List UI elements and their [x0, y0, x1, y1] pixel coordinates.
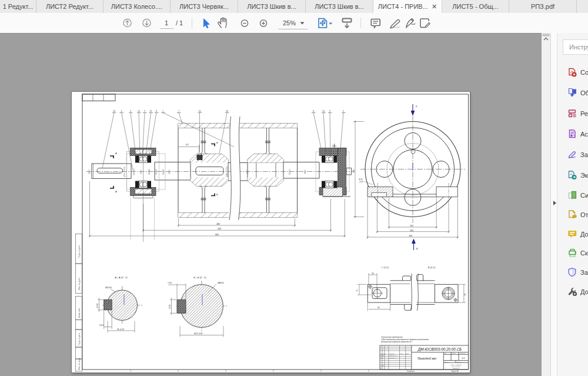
svg-text:Б: Б	[216, 193, 218, 196]
svg-text:А: А	[115, 190, 117, 193]
svg-text:43,5 -0,20: 43,5 -0,20	[194, 332, 203, 335]
svg-text:ДМ-ЮСВ003-00.20.00 СБ: ДМ-ЮСВ003-00.20.00 СБ	[417, 347, 462, 352]
svg-text:641: 641	[215, 234, 219, 236]
svg-text:190: 190	[409, 235, 412, 237]
svg-text:4,2: 4,2	[186, 144, 189, 146]
svg-text:Сидоров И.Н.: Сидоров И.Н.	[389, 357, 397, 358]
svg-text:14: 14	[113, 110, 115, 112]
svg-text:Ø35k6: Ø35k6	[133, 168, 135, 176]
svg-text:8 h11: 8 h11	[99, 324, 104, 327]
svg-text:Ø247: Ø247	[162, 168, 165, 175]
svg-text:Масштаб: Масштаб	[460, 352, 466, 354]
svg-text:7 h11: 7 h11	[168, 282, 172, 284]
svg-text:Ø260: Ø260	[289, 168, 291, 175]
svg-text:4: 4	[121, 110, 122, 112]
svg-text:Б: Б	[416, 105, 417, 108]
svg-text:механики: механики	[453, 368, 459, 370]
svg-text:25%: 25%	[283, 19, 296, 26]
svg-text:382: 382	[216, 223, 220, 225]
svg-text:Формат А1: Формат А1	[451, 370, 459, 372]
svg-text:155: 155	[353, 169, 355, 173]
svg-text:Инв. № подл.: Инв. № подл.	[78, 357, 81, 370]
svg-text:Б: Б	[216, 141, 218, 144]
svg-text:Ø42: Ø42	[304, 169, 306, 175]
svg-text:Ø42: Ø42	[246, 169, 249, 175]
svg-text:12: 12	[138, 110, 140, 112]
svg-text:Разраб.: Разраб.	[380, 355, 385, 356]
svg-text:1: 1	[165, 19, 168, 26]
svg-text:Ø240: Ø240	[155, 168, 158, 175]
svg-text:/ 1: / 1	[176, 19, 183, 26]
svg-text:Ø46 k7/h6: Ø46 k7/h6	[226, 166, 228, 177]
svg-text:Листов 1: Листов 1	[457, 361, 462, 362]
svg-text:10: 10	[322, 110, 325, 112]
svg-text:8: 8	[313, 110, 314, 112]
svg-text:10: 10	[199, 110, 201, 112]
svg-text:Приводной вал: Приводной вал	[417, 357, 437, 360]
svg-text:32: 32	[377, 307, 380, 309]
svg-text:9: 9	[329, 110, 330, 112]
svg-text:Изм. Лист: Изм. Лист	[380, 353, 386, 354]
svg-text:162: 162	[410, 229, 413, 232]
svg-text:35 -0,10: 35 -0,10	[117, 328, 124, 331]
svg-text:Ø46 k6: Ø46 k6	[217, 282, 224, 284]
svg-text:Копировал: Копировал	[407, 370, 415, 372]
svg-text:Б - Б (2 : 1): Б - Б (2 : 1)	[193, 276, 206, 279]
svg-text:+0,05: +0,05	[359, 181, 363, 183]
svg-text:11: 11	[150, 110, 152, 112]
svg-text:16: 16	[226, 110, 228, 112]
svg-text:7: 7	[178, 110, 179, 112]
svg-text:Инв. № дубл.: Инв. № дубл.	[78, 277, 81, 290]
svg-text:Ø42: Ø42	[168, 169, 171, 175]
svg-text:Подп. и дата: Подп. и дата	[78, 333, 81, 345]
svg-text:Ø20: Ø20	[88, 169, 91, 175]
svg-text:монтажный комплект момента N 7: монтажный комплект момента N 7	[381, 341, 412, 343]
svg-text:Н.контр.: Н.контр.	[380, 365, 385, 366]
svg-text:19: 19	[464, 294, 466, 296]
svg-text:Ø249: Ø249	[148, 168, 151, 175]
svg-text:8 N9: 8 N9	[169, 305, 171, 309]
svg-text:Ø26: Ø26	[140, 169, 142, 175]
svg-text:5: 5	[343, 110, 344, 112]
svg-text:Утв.: Утв.	[380, 367, 383, 368]
svg-text:500: 500	[218, 228, 221, 230]
svg-text:В: В	[416, 248, 418, 250]
svg-text:Лист 1: Лист 1	[445, 361, 449, 362]
svg-text:Ø35 k7/h6: Ø35 k7/h6	[123, 166, 126, 177]
svg-text:Смирнов А.В.: Смирнов А.В.	[389, 355, 397, 356]
svg-text:А: А	[115, 152, 117, 155]
svg-text:102: 102	[410, 225, 413, 227]
svg-text:В (1:1): В (1:1)	[428, 266, 436, 269]
svg-text:6: 6	[156, 110, 157, 112]
svg-text:А - А (2 : 1): А - А (2 : 1)	[114, 276, 128, 279]
svg-text:1:2: 1:2	[462, 357, 465, 360]
svg-text:Лит.: Лит.	[445, 352, 447, 354]
svg-text:Г (1:1): Г (1:1)	[382, 266, 389, 269]
svg-text:3: 3	[130, 110, 131, 112]
svg-text:Масса: Масса	[452, 352, 456, 354]
svg-text:Подп. и дата: Подп. и дата	[78, 245, 81, 258]
svg-text:Ø32 h6: Ø32 h6	[105, 287, 112, 289]
svg-text:Взам. инв.: Взам. инв.	[78, 308, 81, 318]
svg-text:10 N9: 10 N9	[96, 304, 99, 308]
svg-text:4: 4	[356, 290, 358, 292]
svg-text:№ докум.: № докум.	[389, 353, 395, 354]
svg-text:16: 16	[372, 272, 374, 275]
svg-text:Дата: Дата	[406, 353, 409, 354]
svg-text:2: 2	[144, 110, 145, 112]
svg-text:1: 1	[162, 110, 163, 112]
svg-text:Подп.: Подп.	[400, 353, 404, 354]
svg-text:Пров.: Пров.	[380, 357, 384, 358]
